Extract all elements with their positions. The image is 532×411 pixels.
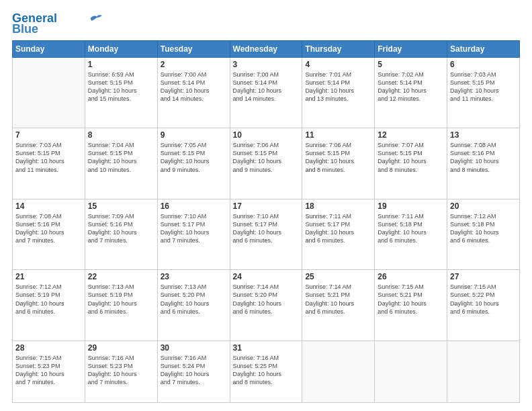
calendar-cell: 9Sunrise: 7:05 AM Sunset: 5:15 PM Daylig… [157,128,230,199]
calendar-cell: 22Sunrise: 7:13 AM Sunset: 5:19 PM Dayli… [85,270,157,341]
calendar-cell: 31Sunrise: 7:16 AM Sunset: 5:25 PM Dayli… [230,340,302,402]
calendar-cell: 16Sunrise: 7:10 AM Sunset: 5:17 PM Dayli… [157,199,230,270]
day-info: Sunrise: 7:03 AM Sunset: 5:15 PM Dayligh… [15,141,82,174]
calendar-cell: 17Sunrise: 7:10 AM Sunset: 5:17 PM Dayli… [230,199,302,270]
day-info: Sunrise: 7:14 AM Sunset: 5:20 PM Dayligh… [233,283,300,316]
weekday-header-row: SundayMondayTuesdayWednesdayThursdayFrid… [13,40,520,57]
day-number: 5 [378,60,444,69]
day-number: 12 [378,130,444,140]
calendar-cell: 6Sunrise: 7:03 AM Sunset: 5:15 PM Daylig… [447,57,520,128]
day-info: Sunrise: 7:11 AM Sunset: 5:17 PM Dayligh… [305,212,371,245]
day-number: 30 [161,343,227,353]
weekday-header: Saturday [447,40,520,57]
day-number: 15 [88,201,154,211]
day-number: 26 [378,272,444,281]
calendar-week-row: 14Sunrise: 7:08 AM Sunset: 5:16 PM Dayli… [13,199,520,270]
day-number: 29 [88,343,154,353]
day-number: 24 [233,272,300,281]
day-number: 11 [305,130,371,140]
calendar-cell: 18Sunrise: 7:11 AM Sunset: 5:17 PM Dayli… [302,199,375,270]
day-number: 7 [15,130,82,140]
logo-bird-icon [89,13,104,24]
day-number: 25 [305,272,371,281]
calendar-cell [375,340,447,402]
day-info: Sunrise: 7:16 AM Sunset: 5:25 PM Dayligh… [233,354,300,387]
day-number: 9 [161,130,227,140]
weekday-header: Wednesday [230,40,302,57]
day-info: Sunrise: 7:05 AM Sunset: 5:15 PM Dayligh… [161,141,227,174]
day-info: Sunrise: 7:13 AM Sunset: 5:19 PM Dayligh… [88,283,154,316]
day-info: Sunrise: 7:16 AM Sunset: 5:23 PM Dayligh… [88,354,154,387]
day-info: Sunrise: 7:12 AM Sunset: 5:19 PM Dayligh… [15,283,82,316]
day-number: 31 [233,343,300,353]
calendar-cell: 15Sunrise: 7:09 AM Sunset: 5:16 PM Dayli… [85,199,157,270]
calendar: SundayMondayTuesdayWednesdayThursdayFrid… [12,40,520,403]
calendar-week-row: 7Sunrise: 7:03 AM Sunset: 5:15 PM Daylig… [13,128,520,199]
header: General Blue [12,12,520,36]
day-info: Sunrise: 7:10 AM Sunset: 5:17 PM Dayligh… [233,212,300,245]
calendar-cell: 12Sunrise: 7:07 AM Sunset: 5:15 PM Dayli… [375,128,447,199]
day-number: 22 [88,272,154,281]
day-info: Sunrise: 7:01 AM Sunset: 5:14 PM Dayligh… [305,71,371,103]
day-number: 13 [450,130,517,140]
day-info: Sunrise: 7:15 AM Sunset: 5:22 PM Dayligh… [450,283,517,316]
day-info: Sunrise: 7:04 AM Sunset: 5:15 PM Dayligh… [88,141,154,174]
day-info: Sunrise: 7:15 AM Sunset: 5:23 PM Dayligh… [15,354,82,387]
calendar-cell [447,340,520,402]
day-info: Sunrise: 7:09 AM Sunset: 5:16 PM Dayligh… [88,212,154,245]
day-number: 1 [88,60,154,69]
calendar-cell: 5Sunrise: 7:02 AM Sunset: 5:14 PM Daylig… [375,57,447,128]
day-info: Sunrise: 7:10 AM Sunset: 5:17 PM Dayligh… [161,212,227,245]
calendar-cell: 25Sunrise: 7:14 AM Sunset: 5:21 PM Dayli… [302,270,375,341]
page: General Blue SundayMondayTuesdayWednesda… [0,0,532,411]
weekday-header: Thursday [302,40,375,57]
calendar-cell: 2Sunrise: 7:00 AM Sunset: 5:14 PM Daylig… [157,57,230,128]
day-info: Sunrise: 7:06 AM Sunset: 5:15 PM Dayligh… [233,141,300,174]
day-info: Sunrise: 7:06 AM Sunset: 5:15 PM Dayligh… [305,141,371,174]
day-number: 27 [450,272,517,281]
day-info: Sunrise: 7:08 AM Sunset: 5:16 PM Dayligh… [15,212,82,245]
day-info: Sunrise: 7:00 AM Sunset: 5:14 PM Dayligh… [233,71,300,103]
day-number: 23 [161,272,227,281]
day-number: 6 [450,60,517,69]
calendar-cell: 13Sunrise: 7:08 AM Sunset: 5:16 PM Dayli… [447,128,520,199]
day-info: Sunrise: 7:14 AM Sunset: 5:21 PM Dayligh… [305,283,371,316]
calendar-cell: 14Sunrise: 7:08 AM Sunset: 5:16 PM Dayli… [13,199,85,270]
calendar-cell: 26Sunrise: 7:15 AM Sunset: 5:21 PM Dayli… [375,270,447,341]
calendar-cell: 23Sunrise: 7:13 AM Sunset: 5:20 PM Dayli… [157,270,230,341]
calendar-cell: 28Sunrise: 7:15 AM Sunset: 5:23 PM Dayli… [13,340,85,402]
weekday-header: Monday [85,40,157,57]
calendar-cell: 29Sunrise: 7:16 AM Sunset: 5:23 PM Dayli… [85,340,157,402]
calendar-cell: 30Sunrise: 7:16 AM Sunset: 5:24 PM Dayli… [157,340,230,402]
calendar-cell: 20Sunrise: 7:12 AM Sunset: 5:18 PM Dayli… [447,199,520,270]
day-number: 3 [233,60,300,69]
day-number: 21 [15,272,82,281]
day-info: Sunrise: 7:07 AM Sunset: 5:15 PM Dayligh… [378,141,444,174]
calendar-week-row: 28Sunrise: 7:15 AM Sunset: 5:23 PM Dayli… [13,340,520,402]
calendar-cell: 19Sunrise: 7:11 AM Sunset: 5:18 PM Dayli… [375,199,447,270]
day-info: Sunrise: 6:59 AM Sunset: 5:15 PM Dayligh… [88,71,154,103]
day-info: Sunrise: 7:02 AM Sunset: 5:14 PM Dayligh… [378,71,444,103]
day-number: 14 [15,201,82,211]
calendar-cell: 27Sunrise: 7:15 AM Sunset: 5:22 PM Dayli… [447,270,520,341]
day-info: Sunrise: 7:16 AM Sunset: 5:24 PM Dayligh… [161,354,227,387]
day-info: Sunrise: 7:15 AM Sunset: 5:21 PM Dayligh… [378,283,444,316]
weekday-header: Friday [375,40,447,57]
calendar-cell [302,340,375,402]
weekday-header: Tuesday [157,40,230,57]
day-info: Sunrise: 7:11 AM Sunset: 5:18 PM Dayligh… [378,212,444,245]
day-info: Sunrise: 7:00 AM Sunset: 5:14 PM Dayligh… [161,71,227,103]
logo: General Blue [12,12,104,36]
day-number: 4 [305,60,371,69]
calendar-week-row: 21Sunrise: 7:12 AM Sunset: 5:19 PM Dayli… [13,270,520,341]
calendar-cell: 21Sunrise: 7:12 AM Sunset: 5:19 PM Dayli… [13,270,85,341]
calendar-cell: 3Sunrise: 7:00 AM Sunset: 5:14 PM Daylig… [230,57,302,128]
calendar-cell: 11Sunrise: 7:06 AM Sunset: 5:15 PM Dayli… [302,128,375,199]
day-info: Sunrise: 7:13 AM Sunset: 5:20 PM Dayligh… [161,283,227,316]
day-number: 20 [450,201,517,211]
day-info: Sunrise: 7:08 AM Sunset: 5:16 PM Dayligh… [450,141,517,174]
calendar-cell: 4Sunrise: 7:01 AM Sunset: 5:14 PM Daylig… [302,57,375,128]
day-number: 16 [161,201,227,211]
calendar-cell: 7Sunrise: 7:03 AM Sunset: 5:15 PM Daylig… [13,128,85,199]
day-number: 2 [161,60,227,69]
